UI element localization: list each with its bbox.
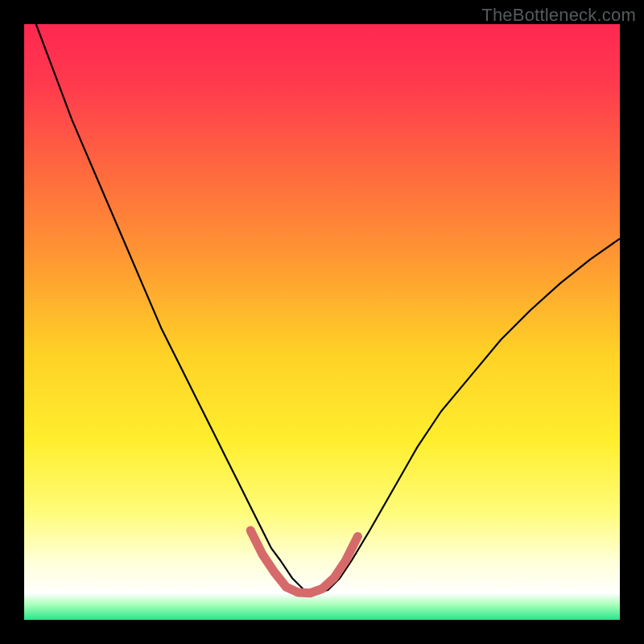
chart-svg <box>24 24 620 620</box>
outer-frame: TheBottleneck.com <box>0 0 644 644</box>
watermark-text: TheBottleneck.com <box>481 5 636 26</box>
chart-background <box>24 24 620 620</box>
chart-area <box>24 24 620 620</box>
